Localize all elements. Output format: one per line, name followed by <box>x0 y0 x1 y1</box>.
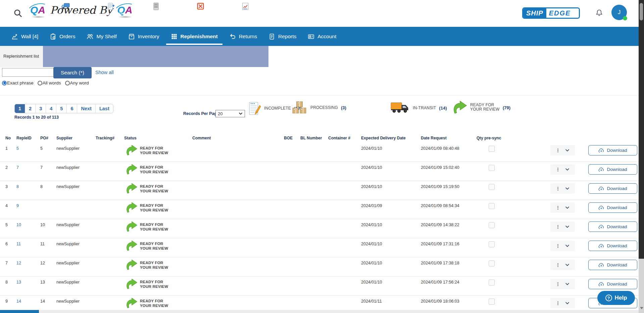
cloud-download-icon <box>598 263 604 267</box>
orange-truck-icon <box>390 101 410 115</box>
row-actions-menu[interactable]: ⋮ <box>550 222 575 232</box>
vertical-scrollbar-thumb[interactable] <box>640 3 643 20</box>
vertical-scrollbar-track-lower[interactable] <box>639 259 644 313</box>
supplier: newSupplier <box>56 184 80 189</box>
scroll-down-arrow-icon[interactable] <box>640 307 643 309</box>
horizontal-scrollbar-track[interactable] <box>0 310 639 313</box>
toolbar-x-dock-eta[interactable]: X-Dock ETA <box>177 2 224 16</box>
download-button[interactable]: Download <box>588 183 637 194</box>
qty-presync-checkbox[interactable] <box>489 146 495 152</box>
nav-item-my-shelf[interactable]: My Shelf <box>87 27 116 46</box>
download-button[interactable]: Download <box>588 145 637 155</box>
repleid-link[interactable]: 11 <box>16 242 21 246</box>
qty-presync-checkbox[interactable] <box>489 241 495 247</box>
search-input[interactable] <box>2 68 55 77</box>
page-button-6[interactable]: 6 <box>67 104 77 113</box>
page-button-5[interactable]: 5 <box>56 104 67 113</box>
page-button-2[interactable]: 2 <box>25 104 36 113</box>
nav-item-returns[interactable]: Returns <box>229 27 257 46</box>
cloud-download-icon <box>598 167 604 172</box>
download-button[interactable]: Download <box>588 164 637 175</box>
nav-item-replenishment[interactable]: Replenishment <box>171 27 218 46</box>
row-actions-menu[interactable]: ⋮ <box>550 202 575 213</box>
qty-presync-checkbox[interactable] <box>489 299 495 305</box>
kebab-icon: ⋮ <box>556 244 560 248</box>
notifications-bell-icon[interactable] <box>595 9 604 18</box>
repleid-link[interactable]: 9 <box>16 203 19 208</box>
row-actions-menu[interactable]: ⋮ <box>550 183 575 194</box>
nav-item-reports[interactable]: Reports <box>268 27 296 46</box>
qty-presync-checkbox[interactable] <box>489 260 495 266</box>
page-button-4[interactable]: 4 <box>46 104 56 113</box>
qty-presync-checkbox[interactable] <box>489 203 495 209</box>
row-actions-menu[interactable]: ⋮ <box>550 279 575 289</box>
search-icon[interactable] <box>13 9 23 19</box>
summary-ready-for-review[interactable]: READY FOR YOUR REVIEW (79) <box>452 101 510 114</box>
download-button[interactable]: Download <box>588 260 637 270</box>
repleid-link[interactable]: 8 <box>16 184 19 189</box>
document-icon <box>268 33 275 40</box>
qty-presync-checkbox[interactable] <box>489 184 495 190</box>
status-label: READY FOR YOUR REVIEW <box>140 203 173 212</box>
records-per-page-select[interactable]: 20 <box>215 110 245 117</box>
show-all-link[interactable]: Show all <box>95 70 114 75</box>
page-button-last[interactable]: Last <box>96 104 113 113</box>
help-button[interactable]: ? Help <box>597 291 635 305</box>
nav-item-account[interactable]: Account <box>308 27 336 46</box>
vertical-scrollbar-track[interactable] <box>639 0 644 259</box>
nav-item-wall[interactable]: Wall [4] <box>11 27 38 46</box>
chevron-down-icon <box>565 244 569 247</box>
supplier: newSupplier <box>56 223 80 227</box>
status-cell: READY FOR YOUR REVIEW <box>126 145 173 155</box>
chevron-down-icon <box>565 168 569 171</box>
row-actions-menu[interactable]: ⋮ <box>550 241 575 251</box>
upload-sheet-icon <box>107 2 115 11</box>
repleid-link[interactable]: 12 <box>16 261 21 265</box>
download-button[interactable]: Download <box>588 279 637 289</box>
radio-icon <box>65 81 70 85</box>
toolbar-profits[interactable]: Profits <box>222 2 269 16</box>
status-cell: READY FOR YOUR REVIEW <box>126 202 173 213</box>
qty-presync-checkbox[interactable] <box>489 222 495 228</box>
summary-in-transit[interactable]: IN-TRANSIT (14) <box>390 101 447 115</box>
row-actions-menu[interactable]: ⋮ <box>550 298 575 308</box>
page-button-3[interactable]: 3 <box>36 104 46 113</box>
search-button[interactable]: Search (*) <box>53 67 92 78</box>
radio-any-word[interactable]: Any word <box>65 80 89 85</box>
repleid-link[interactable]: 5 <box>16 146 19 151</box>
repleid-link[interactable]: 10 <box>16 223 21 227</box>
page-button-1[interactable]: 1 <box>15 104 25 113</box>
row-actions-menu[interactable]: ⋮ <box>550 145 575 155</box>
toolbar-upload-csv[interactable]: Upload CSV <box>88 2 135 16</box>
shipedge-logo: SHIP EDGE <box>522 7 580 19</box>
qty-presync-checkbox[interactable] <box>489 279 495 286</box>
download-button[interactable]: Download <box>588 202 637 213</box>
download-button[interactable]: Download <box>588 222 637 232</box>
cloud-download-icon <box>598 186 604 191</box>
toolbar-add-replenishment[interactable]: Add replenishment <box>43 2 90 16</box>
nav-item-orders[interactable]: Orders <box>50 27 75 46</box>
repleid-link[interactable]: 7 <box>16 165 19 170</box>
date-request: 2024/01/09 17:56:24 <box>421 280 459 285</box>
toolbar-archived-history[interactable]: Archived History <box>133 2 180 16</box>
expected-delivery-date: 2024/01/10 <box>361 261 382 265</box>
repleid-link[interactable]: 13 <box>16 280 21 285</box>
repleid-link[interactable]: 14 <box>16 299 21 304</box>
expected-delivery-date: 2024/01/10 <box>361 280 382 285</box>
cloud-download-icon <box>598 244 604 248</box>
row-actions-menu[interactable]: ⋮ <box>550 164 575 175</box>
date-request: 2024/01/09 17:38:18 <box>421 261 459 265</box>
summary-processing[interactable]: PROCESSING (3) <box>292 101 346 115</box>
main-nav: Wall [4] Orders My Shelf Inventory Reple… <box>0 27 639 46</box>
row-actions-menu[interactable]: ⋮ <box>550 260 575 270</box>
radio-exact-phrase[interactable]: Exact phrase <box>2 80 34 85</box>
replenishment-toolbar <box>43 46 268 67</box>
box-icon <box>128 33 135 40</box>
radio-all-words[interactable]: All words <box>38 80 61 85</box>
nav-item-inventory[interactable]: Inventory <box>128 27 159 46</box>
page-button-next[interactable]: Next <box>77 104 95 113</box>
download-button[interactable]: Download <box>588 241 637 251</box>
expected-delivery-date: 2024/01/10 <box>361 146 382 151</box>
qty-presync-checkbox[interactable] <box>489 165 495 171</box>
kebab-icon: ⋮ <box>556 263 560 267</box>
